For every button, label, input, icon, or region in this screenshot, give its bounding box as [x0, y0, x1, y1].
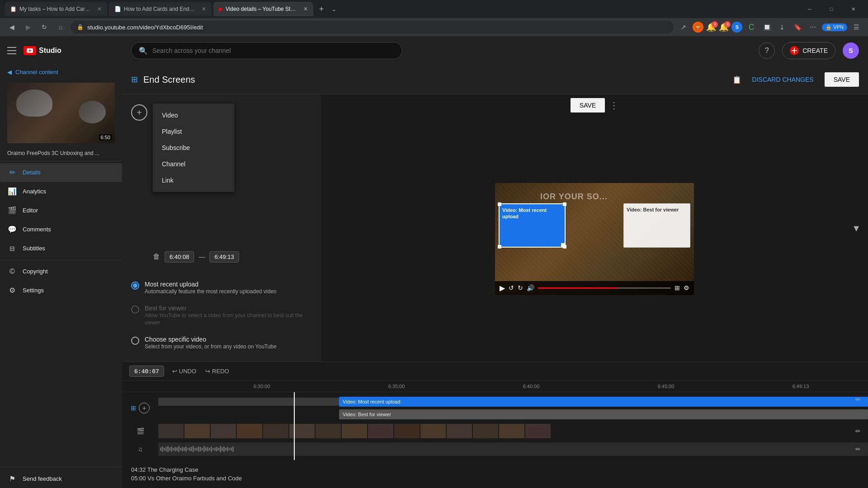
- search-input[interactable]: [152, 47, 395, 54]
- tab-3[interactable]: ▶ Video details – YouTube Studio ✕: [213, 2, 313, 16]
- tab-1-close[interactable]: ✕: [97, 6, 102, 12]
- video-thumb-img: [7, 83, 115, 143]
- delete-icon[interactable]: 🗑: [153, 253, 160, 261]
- dropdown-item-subscribe[interactable]: Subscribe: [153, 140, 234, 156]
- sidebar-item-editor[interactable]: 🎬 Editor: [0, 201, 122, 220]
- radio-most-recent[interactable]: [131, 282, 139, 290]
- profile-menu[interactable]: ☰: [850, 21, 863, 33]
- forward-button[interactable]: ▶: [22, 21, 34, 33]
- ext-6[interactable]: ⋯: [807, 21, 819, 33]
- new-tab-button[interactable]: +: [315, 3, 328, 15]
- ext-5[interactable]: 🔖: [791, 21, 804, 33]
- time-range-dash: —: [198, 253, 205, 260]
- video-track-content[interactable]: [158, 424, 868, 438]
- lock-icon: 🔒: [77, 24, 84, 30]
- end-card-blue[interactable]: Video: Most recent upload: [499, 203, 566, 248]
- comments-icon: 💬: [7, 225, 17, 235]
- timecode-display[interactable]: 6:40:07: [129, 366, 164, 377]
- dropdown-item-video[interactable]: Video: [153, 107, 234, 123]
- avatar-button[interactable]: S: [843, 42, 859, 59]
- dropdown-item-playlist[interactable]: Playlist: [153, 123, 234, 140]
- brave-shield[interactable]: 🦁: [693, 22, 703, 33]
- hamburger-menu[interactable]: [7, 45, 18, 56]
- redo-button[interactable]: ↪ REDO: [203, 366, 232, 376]
- track-segment-best-viewer[interactable]: Video: Best for viewer: [339, 409, 868, 419]
- play-button[interactable]: ▶: [500, 284, 505, 292]
- edit-icon-audio[interactable]: ✏: [855, 446, 861, 453]
- vpn-btn[interactable]: 🔒 VPN: [822, 23, 847, 31]
- sidebar-item-subtitles[interactable]: ⊟ Subtitles: [0, 239, 122, 258]
- feedback-icon: ⚑: [7, 474, 17, 483]
- rewind-10-button[interactable]: ↺: [509, 284, 514, 291]
- channel-content-back[interactable]: ◀ Channel content: [0, 65, 122, 79]
- tab-dropdown[interactable]: ⌄: [331, 5, 337, 13]
- tab-3-close[interactable]: ✕: [303, 6, 308, 12]
- minimize-button[interactable]: ─: [799, 2, 820, 16]
- sidebar-item-feedback[interactable]: ⚑ Send feedback: [0, 469, 122, 488]
- tab-2[interactable]: 📄 How to Add Cards and End Screens to...…: [109, 2, 212, 16]
- notification-badge-2[interactable]: 🔔 9: [719, 22, 729, 32]
- ext-2[interactable]: C: [745, 21, 758, 33]
- sidebar-item-analytics[interactable]: 📊 Analytics: [0, 182, 122, 201]
- yt-studio-logo[interactable]: Studio: [24, 46, 61, 55]
- home-button[interactable]: ⌂: [54, 21, 67, 33]
- track-segment-most-recent[interactable]: Video: Most recent upload: [339, 397, 868, 407]
- tab-2-close[interactable]: ✕: [202, 6, 206, 12]
- undo-button[interactable]: ↩ UNDO: [170, 366, 199, 376]
- track-add-button[interactable]: +: [139, 403, 150, 413]
- share-icon[interactable]: ↗: [677, 21, 690, 33]
- close-button[interactable]: ✕: [843, 2, 863, 16]
- option-choose-specific-label: Choose specific video: [145, 336, 277, 343]
- radio-choose-specific[interactable]: [131, 337, 139, 345]
- video-thumbnail[interactable]: [7, 83, 115, 143]
- dropdown-item-channel[interactable]: Channel: [153, 156, 234, 172]
- app-layout: Studio ◀ Channel content 6:50 Oraimo Fre…: [0, 36, 868, 488]
- dropdown-item-link[interactable]: Link: [153, 172, 234, 188]
- video-editor-top-bar: SAVE ⋮: [565, 94, 624, 116]
- create-button[interactable]: CREATE: [782, 42, 835, 59]
- volume-button[interactable]: 🔊: [527, 284, 534, 291]
- frame-3: [211, 424, 236, 438]
- browser-chrome: 📋 My tasks – How to Add Cards and End...…: [0, 0, 868, 36]
- plus-icon: +: [137, 108, 142, 118]
- radio-best-viewer[interactable]: [131, 305, 139, 314]
- save-button[interactable]: SAVE: [825, 72, 859, 87]
- ext-4[interactable]: ⤓: [776, 21, 788, 33]
- address-bar[interactable]: 🔒 studio.youtube.com/video/YdXbcoD695I/e…: [71, 21, 674, 33]
- timeline-section: 6:40:07 ↩ UNDO ↪ REDO: [122, 361, 868, 488]
- expand-icon[interactable]: ▼: [852, 223, 861, 233]
- search-box[interactable]: 🔍: [131, 42, 402, 59]
- timeline-ruler: 6:30:00 6:35:00 6:40:00 6:45:00 6:49:13: [122, 381, 868, 392]
- maximize-button[interactable]: □: [821, 2, 842, 16]
- video-save-button[interactable]: SAVE: [571, 98, 605, 113]
- forward-10-button[interactable]: ↻: [518, 284, 523, 291]
- tab-1[interactable]: 📋 My tasks – How to Add Cards and End...…: [5, 2, 107, 16]
- option-choose-specific[interactable]: Choose specific video Select from your v…: [131, 334, 312, 352]
- end-card-white[interactable]: Video: Best for viewer: [623, 203, 690, 248]
- grid-view-button[interactable]: ⊞: [675, 284, 680, 291]
- edit-icon-end-screens[interactable]: ✏: [855, 396, 861, 403]
- option-best-viewer[interactable]: Best for viewer Allow YouTube to select …: [131, 303, 312, 329]
- video-background: IOR YOUR SO... Video: Most recent upload: [495, 183, 694, 295]
- option-most-recent[interactable]: Most recent upload Automatically feature…: [131, 279, 312, 297]
- ext-1[interactable]: S: [731, 22, 742, 33]
- frame-9: [368, 424, 393, 438]
- reload-button[interactable]: ↻: [38, 21, 51, 33]
- sidebar-item-comments[interactable]: 💬 Comments: [0, 220, 122, 239]
- progress-bar[interactable]: [538, 287, 671, 289]
- edit-icon-video[interactable]: ✏: [855, 427, 861, 435]
- more-options-icon[interactable]: ⋮: [609, 100, 618, 111]
- back-button[interactable]: ◀: [5, 21, 18, 33]
- discard-changes-button[interactable]: DISCARD CHANGES: [747, 72, 819, 87]
- notification-badge-1[interactable]: 🔔 9: [706, 22, 716, 32]
- settings-button[interactable]: ⚙: [684, 284, 689, 291]
- audio-track-content[interactable]: [158, 442, 868, 456]
- sidebar-item-details[interactable]: ✏ Details: [0, 163, 122, 182]
- audio-track-icon: ♫: [122, 446, 158, 453]
- add-circle-button[interactable]: +: [131, 104, 147, 121]
- help-button[interactable]: ?: [759, 42, 775, 59]
- ext-3[interactable]: 🔲: [760, 21, 773, 33]
- sidebar-item-settings[interactable]: ⚙ Settings: [0, 281, 122, 300]
- time-range-row: 🗑 6:40:08 — 6:49:13: [131, 249, 312, 263]
- sidebar-item-copyright[interactable]: © Copyright: [0, 262, 122, 281]
